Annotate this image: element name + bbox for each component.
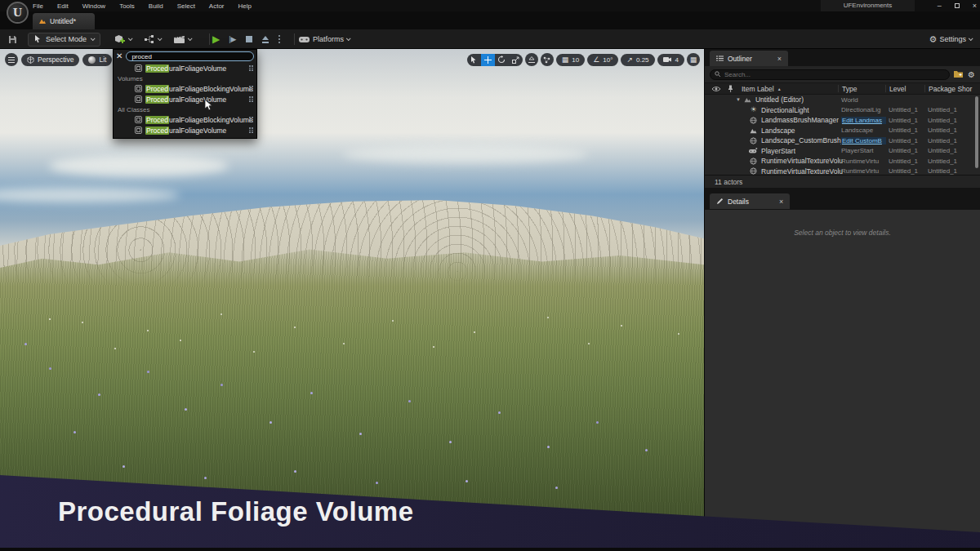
column-level[interactable]: Level <box>889 85 906 93</box>
outliner-row[interactable]: LandmassBrushManager Edit Landmas Untitl… <box>705 115 980 126</box>
surface-snap-button[interactable] <box>525 53 538 66</box>
column-divider[interactable] <box>885 85 886 92</box>
play-button[interactable]: ▶ <box>212 34 220 44</box>
tab-outliner[interactable]: Outliner × <box>710 51 788 66</box>
add-actor-button[interactable] <box>114 34 131 45</box>
perspective-label: Perspective <box>38 56 74 64</box>
toolbar-divider <box>209 33 210 45</box>
minimize-icon[interactable]: – <box>938 2 942 10</box>
tab-details[interactable]: Details × <box>710 193 790 209</box>
frame-skip-button[interactable]: |▶ <box>229 35 236 43</box>
settings-label: Settings <box>939 35 966 43</box>
chevron-down-icon <box>128 36 133 41</box>
globe-icon <box>749 158 758 165</box>
outliner-search-row: ⚙ <box>705 66 980 82</box>
settings-button[interactable]: ⚙ Settings <box>929 35 972 44</box>
actor-snap-button[interactable] <box>541 53 554 66</box>
scale-snap-value: 0.25 <box>636 56 649 64</box>
cinematics-clapper-icon <box>174 35 185 44</box>
scale-tool-button[interactable] <box>509 54 523 66</box>
search-result-item[interactable]: ProceduralFoliageVolume <box>114 125 256 136</box>
pin-icon[interactable] <box>728 85 733 93</box>
outliner-row[interactable]: PlayerStart PlayerStart Untitled_1 Untit… <box>705 146 980 157</box>
camera-speed-control[interactable]: 4 <box>657 54 684 66</box>
column-divider[interactable] <box>838 85 839 92</box>
settings-gear-icon: ⚙ <box>929 35 938 44</box>
menu-bar: File Edit Window Tools Build Select Acto… <box>33 0 252 11</box>
cinematics-button[interactable] <box>174 35 191 44</box>
cursor-select-icon <box>34 35 42 43</box>
level-viewport[interactable]: Perspective Lit <box>0 49 704 549</box>
search-result-item[interactable]: ProceduralFoliageVolume <box>114 94 256 104</box>
column-type[interactable]: Type <box>842 85 857 93</box>
menu-build[interactable]: Build <box>149 2 163 10</box>
column-item-label[interactable]: Item Label <box>742 85 774 93</box>
outliner-scrollbar[interactable] <box>975 96 978 168</box>
cloud <box>49 155 229 176</box>
menu-select[interactable]: Select <box>177 2 195 10</box>
camera-speed-icon <box>663 56 672 63</box>
outliner-row[interactable]: RuntimeVirtualTextureVolu RuntimeVirtu U… <box>705 167 980 176</box>
eject-button[interactable] <box>261 36 270 43</box>
viewport-menu-button[interactable] <box>5 53 18 66</box>
menu-window[interactable]: Window <box>82 2 105 10</box>
actor-snap-icon <box>543 56 550 64</box>
edit-custombrush-link[interactable]: Edit CustomB <box>841 137 886 144</box>
scale-snap-control[interactable]: ↗ 0.25 <box>621 54 654 66</box>
menu-actor[interactable]: Actor <box>209 2 225 10</box>
clear-search-icon[interactable]: ✕ <box>116 52 122 60</box>
lit-mode-button[interactable]: Lit <box>82 54 112 66</box>
outliner-row[interactable]: ▼ Untitled (Editor) World <box>705 95 980 105</box>
column-divider[interactable] <box>924 85 925 92</box>
blueprints-button[interactable] <box>145 35 161 44</box>
menu-help[interactable]: Help <box>238 2 252 10</box>
search-result-item[interactable]: ProceduralFoliageVolume <box>114 63 256 73</box>
drag-grip-icon <box>249 65 253 71</box>
rotate-tool-button[interactable] <box>495 54 509 66</box>
select-tool-button[interactable] <box>467 54 481 66</box>
search-result-item[interactable]: ProceduralFoliageBlockingVolume <box>114 83 256 94</box>
outliner-search-box[interactable] <box>710 69 950 80</box>
chevron-down-icon <box>188 36 193 41</box>
move-tool-button[interactable] <box>481 54 495 66</box>
menu-edit[interactable]: Edit <box>57 2 69 10</box>
add-actor-cube-icon <box>114 34 126 45</box>
create-folder-icon[interactable] <box>954 70 964 78</box>
eye-icon[interactable] <box>711 86 721 92</box>
angle-snap-control[interactable]: ∠ 10° <box>587 54 618 66</box>
tab-untitled-level[interactable]: Untitled* <box>33 13 95 29</box>
maximize-icon[interactable] <box>955 2 960 10</box>
grid-snap-control[interactable]: ▦ 10 <box>556 54 585 66</box>
perspective-button[interactable]: Perspective <box>21 54 79 66</box>
surface-snap-icon <box>528 56 536 64</box>
asset-tab-bar: Untitled* <box>0 11 980 29</box>
collapse-triangle-icon[interactable]: ▼ <box>736 97 741 102</box>
outliner-row[interactable]: Landscape_CustomBrush_L Edit CustomB Unt… <box>705 136 980 146</box>
globe-icon <box>749 137 758 144</box>
search-result-item[interactable]: ProceduralFoliageBlockingVolume <box>114 114 256 125</box>
outliner-row[interactable]: RuntimeVirtualTextureVolu RuntimeVirtu U… <box>705 156 980 167</box>
menu-file[interactable]: File <box>33 2 43 10</box>
select-mode-button[interactable]: Select Mode <box>28 33 100 47</box>
drag-grip-icon <box>249 117 253 122</box>
play-options-button[interactable] <box>278 35 280 43</box>
save-button[interactable] <box>8 29 17 49</box>
outliner-row[interactable]: Landscape Landscape Untitled_1 Untitled_… <box>705 126 980 136</box>
stop-button[interactable] <box>246 36 252 42</box>
menu-tools[interactable]: Tools <box>119 2 135 10</box>
drag-grip-icon <box>249 127 253 133</box>
column-package[interactable]: Package Shor <box>929 85 972 93</box>
close-icon[interactable]: × <box>973 2 977 10</box>
close-icon[interactable]: × <box>779 198 783 206</box>
platforms-button[interactable]: Platforms <box>299 35 350 43</box>
actor-search-input[interactable] <box>126 51 254 61</box>
outliner-settings-gear-icon[interactable]: ⚙ <box>968 70 975 79</box>
outliner-row[interactable]: ☀ DirectionalLight DirectionalLig Untitl… <box>705 105 980 116</box>
maximize-viewport-button[interactable]: ▦ <box>687 53 700 66</box>
details-empty-state: Select an object to view details. <box>705 210 980 536</box>
outliner-search-input[interactable] <box>724 71 945 78</box>
edit-landmass-link[interactable]: Edit Landmas <box>841 117 886 124</box>
maximize-grid-icon: ▦ <box>690 56 697 64</box>
camera-speed-value: 4 <box>675 56 679 64</box>
close-icon[interactable]: × <box>777 55 782 63</box>
